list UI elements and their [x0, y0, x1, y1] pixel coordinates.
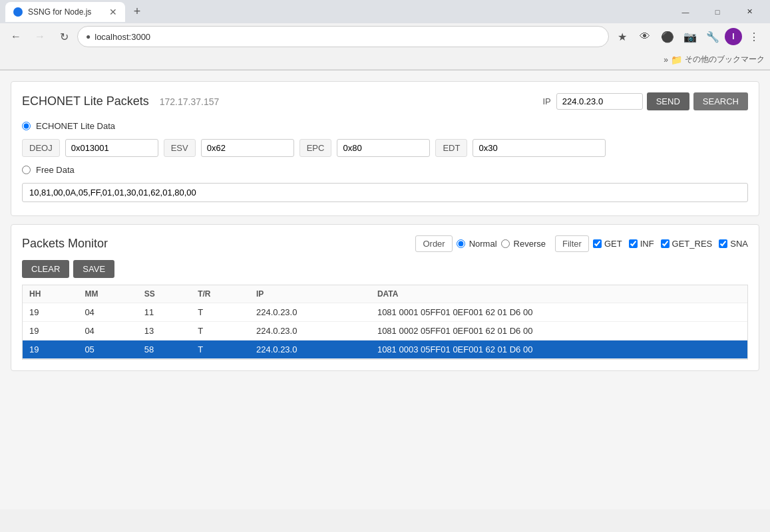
col-ip: IP: [250, 285, 371, 303]
echonet-radio[interactable]: [22, 122, 31, 130]
bookmarks-extend-icon: »: [664, 55, 668, 65]
col-tr: T/R: [191, 285, 250, 303]
col-ss: SS: [138, 285, 191, 303]
checkbox-group: GET INF GET_RES SNA: [593, 239, 748, 249]
menu-button[interactable]: ⋮: [743, 26, 765, 47]
reverse-label[interactable]: Reverse: [514, 239, 546, 249]
nav-bar: ← → ↻ ● ★ 👁 ⚫ 📷 🔧 I ⋮: [0, 23, 770, 50]
cell-data-1: 1081 0002 05FF01 0EF001 62 01 D6 00: [371, 322, 747, 340]
tab-close-button[interactable]: ✕: [109, 7, 117, 17]
bookmarks-bar: » 📁 その他のブックマーク: [0, 50, 770, 70]
col-mm: MM: [78, 285, 137, 303]
minimize-button[interactable]: —: [670, 0, 701, 23]
table-row[interactable]: 190411T224.0.23.01081 0001 05FF01 0EF001…: [23, 303, 747, 322]
get-checkbox[interactable]: [593, 239, 602, 248]
echonet-title: ECHONET Lite Packets: [22, 94, 149, 108]
get-res-label: GET_RES: [672, 239, 713, 249]
cell-mm-1: 04: [78, 322, 137, 340]
cell-ss-2: 58: [138, 340, 191, 359]
edt-label: EDT: [435, 139, 467, 157]
free-data-radio-row: Free Data: [22, 165, 748, 175]
reload-button[interactable]: ↻: [53, 26, 75, 47]
favorites-button[interactable]: ★: [612, 26, 633, 47]
address-input[interactable]: [95, 32, 600, 42]
normal-radio[interactable]: [457, 239, 465, 248]
bookmark-folder-icon: 📁: [671, 55, 682, 65]
title-bar: SSNG for Node.js ✕ + — □ ✕: [0, 0, 770, 23]
browser-chrome: SSNG for Node.js ✕ + — □ ✕ ← → ↻ ● ★ 👁 ⚫…: [0, 0, 770, 70]
ip-send-group: IP SEND SEARCH: [542, 92, 748, 110]
cell-mm-0: 04: [78, 303, 137, 322]
ext2-button[interactable]: ⚫: [657, 26, 678, 47]
clear-button[interactable]: CLEAR: [22, 260, 69, 278]
reverse-radio[interactable]: [501, 239, 510, 248]
table-row[interactable]: 190413T224.0.23.01081 0002 05FF01 0EF001…: [23, 322, 747, 340]
echonet-panel: ECHONET Lite Packets 172.17.37.157 IP SE…: [11, 81, 759, 216]
col-hh: HH: [23, 285, 78, 303]
bookmarks-label[interactable]: その他のブックマーク: [685, 54, 765, 65]
free-data-radio-label[interactable]: Free Data: [36, 165, 75, 175]
echonet-ip-display: 172.17.37.157: [160, 96, 220, 107]
cell-ss-0: 11: [138, 303, 191, 322]
monitor-panel: Packets Monitor Order Normal Reverse Fil…: [11, 224, 759, 371]
echonet-radio-label[interactable]: ECHONET Lite Data: [36, 121, 115, 131]
order-group: Order Normal Reverse Filter GET INF: [415, 235, 748, 252]
table-row[interactable]: 190558T224.0.23.01081 0003 05FF01 0EF001…: [23, 340, 747, 359]
nav-right-icons: ★ 👁 ⚫ 📷 🔧 I ⋮: [612, 26, 765, 47]
edt-input[interactable]: [473, 139, 606, 157]
cell-hh-1: 19: [23, 322, 78, 340]
cell-tr-1: T: [191, 322, 250, 340]
order-label: Order: [415, 235, 452, 252]
cell-tr-0: T: [191, 303, 250, 322]
inf-checkbox[interactable]: [629, 239, 638, 248]
monitor-title: Packets Monitor: [22, 237, 108, 251]
col-data: DATA: [371, 285, 747, 303]
new-tab-button[interactable]: +: [128, 3, 146, 21]
cell-mm-2: 05: [78, 340, 137, 359]
get-res-checkbox[interactable]: [661, 239, 670, 248]
normal-label[interactable]: Normal: [469, 239, 497, 249]
close-button[interactable]: ✕: [734, 0, 765, 23]
back-button[interactable]: ←: [5, 26, 27, 47]
address-bar[interactable]: ●: [77, 26, 609, 47]
deoj-input[interactable]: [65, 139, 158, 157]
inf-checkbox-item[interactable]: INF: [629, 239, 654, 249]
search-button[interactable]: SEARCH: [693, 92, 748, 110]
browser-tab[interactable]: SSNG for Node.js ✕: [5, 2, 125, 22]
lock-icon: ●: [86, 32, 91, 41]
packets-table-wrapper[interactable]: HH MM SS T/R IP DATA 190411T224.0.23.010…: [22, 285, 748, 360]
free-data-row: [22, 183, 748, 202]
epc-input[interactable]: [337, 139, 430, 157]
esv-input[interactable]: [201, 139, 294, 157]
cell-hh-0: 19: [23, 303, 78, 322]
profile-icon[interactable]: I: [725, 28, 742, 45]
maximize-button[interactable]: □: [702, 0, 733, 23]
get-checkbox-item[interactable]: GET: [593, 239, 622, 249]
sna-label: SNA: [730, 239, 748, 249]
cell-ip-2: 224.0.23.0: [250, 340, 371, 359]
ip-field[interactable]: [556, 93, 643, 110]
get-res-checkbox-item[interactable]: GET_RES: [661, 239, 713, 249]
free-data-radio[interactable]: [22, 166, 31, 174]
cell-data-2: 1081 0003 05FF01 0EF001 62 01 D6 00: [371, 340, 747, 359]
echonet-header: ECHONET Lite Packets 172.17.37.157 IP SE…: [22, 92, 748, 110]
ext3-button[interactable]: 📷: [679, 26, 701, 47]
cell-ip-0: 224.0.23.0: [250, 303, 371, 322]
cell-ip-1: 224.0.23.0: [250, 322, 371, 340]
inf-label: INF: [640, 239, 654, 249]
send-button[interactable]: SEND: [647, 92, 689, 110]
window-controls: — □ ✕: [670, 0, 765, 23]
tab-favicon: [13, 7, 23, 17]
tab-title: SSNG for Node.js: [28, 7, 91, 17]
main-content-wrapper: ECHONET Lite Packets 172.17.37.157 IP SE…: [0, 70, 770, 509]
monitor-header: Packets Monitor Order Normal Reverse Fil…: [22, 235, 748, 252]
packets-table-body: 190411T224.0.23.01081 0001 05FF01 0EF001…: [23, 303, 747, 359]
free-data-input[interactable]: [22, 183, 748, 202]
ext1-button[interactable]: 👁: [634, 26, 656, 47]
sna-checkbox[interactable]: [719, 239, 727, 248]
ext4-button[interactable]: 🔧: [702, 26, 723, 47]
forward-button[interactable]: →: [29, 26, 51, 47]
save-button[interactable]: SAVE: [73, 260, 114, 278]
sna-checkbox-item[interactable]: SNA: [719, 239, 748, 249]
cell-hh-2: 19: [23, 340, 78, 359]
